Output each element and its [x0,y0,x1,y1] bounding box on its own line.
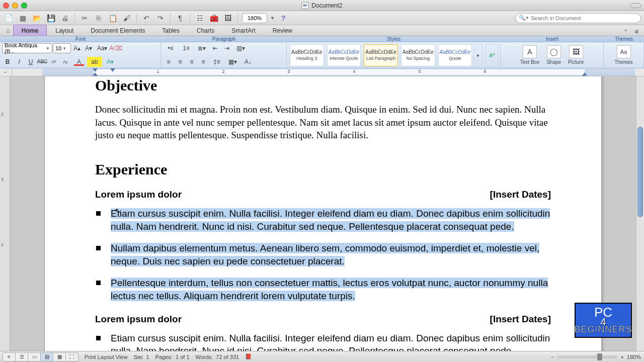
line-spacing-icon[interactable]: ‡≡ [209,57,224,67]
zoom-in-icon[interactable]: + [620,354,623,360]
paste-icon[interactable]: 📋 [107,13,118,24]
multilevel-icon[interactable]: ≣▾ [194,43,209,53]
sort-icon[interactable]: A↓ [240,57,256,67]
publishing-view-icon[interactable]: ▭ [28,352,41,361]
font-name-combo[interactable]: Book Antiqua (B...▼ [2,43,52,53]
tab-home[interactable]: Home [13,25,47,36]
notebook-view-icon[interactable]: ▦ [53,352,66,361]
grow-font-icon[interactable]: A▴ [71,43,83,53]
ribbon-settings-icon[interactable]: ✲ [632,28,641,36]
selected-text[interactable]: Etiam cursus suscipit enim. Nulla facili… [111,208,550,232]
new-doc-icon[interactable]: 📄 [3,13,14,24]
style-intense-quote[interactable]: AaBbCcDdEeIntense Quote [327,44,361,66]
tab-smartart[interactable]: SmartArt [223,25,264,36]
horizontal-ruler[interactable]: ⌐ 1 2 3 4 5 6 [0,68,644,76]
bullet-text[interactable]: Etiam cursus suscipit enim. Nulla facili… [111,332,551,351]
media-browser-icon[interactable]: 🖼 [222,13,233,24]
clear-format-icon[interactable]: A⌫ [110,43,121,53]
help-icon[interactable]: ? [278,13,289,24]
close-window-icon[interactable] [3,3,9,9]
zoom-out-icon[interactable]: − [551,354,554,360]
bullet-item[interactable]: Nullam dapibus elementum metus. Aenean l… [95,242,551,267]
align-right-icon[interactable]: ≡ [186,57,197,67]
copy-icon[interactable]: ⎘ [93,13,104,24]
objective-paragraph[interactable]: Donec sollicitudin mi et magna. Proin no… [95,103,551,142]
style-list-paragraph[interactable]: AaBbCcDdEeList Paragraph [364,44,398,66]
zoom-combo[interactable]: 180% [242,13,267,23]
spellcheck-icon[interactable]: 📕 [245,353,252,360]
zoom-dropdown-icon[interactable]: ▼ [270,16,275,21]
bullet-item[interactable]: Etiam cursus suscipit enim. Nulla facili… [95,207,551,233]
search-input[interactable] [531,15,637,21]
tab-charts[interactable]: Charts [188,25,223,36]
superscript-icon[interactable]: A² [48,57,59,67]
collapse-ribbon-icon[interactable]: ⌃ [621,28,630,36]
sidebar-icon[interactable]: ☷ [194,13,205,24]
zoom-percent[interactable]: 180% [627,354,641,360]
document-page[interactable]: Objective Donec sollicitudin mi et magna… [44,76,602,351]
selected-text[interactable]: Nullam dapibus elementum metus. Aenean l… [111,243,539,266]
highlight-button[interactable]: ab [87,57,102,67]
strikethrough-button[interactable]: ABC [37,57,48,67]
underline-button[interactable]: U [25,57,36,67]
draft-view-icon[interactable]: ≡ [3,352,16,361]
subscript-icon[interactable]: A₂ [60,57,71,67]
shrink-font-icon[interactable]: A▾ [83,43,94,53]
tab-document-elements[interactable]: Document Elements [82,25,153,36]
print-layout-view-icon[interactable]: ▤ [40,352,53,361]
scrollbar-thumb[interactable] [637,127,643,217]
styles-scroll-icon[interactable]: ▸ [474,44,482,66]
home-icon[interactable]: ⌂ [3,25,13,36]
style-heading3[interactable]: AaBbCcDdEeHeading 3 [290,44,324,66]
italic-button[interactable]: I [14,57,25,67]
text-effects-icon[interactable]: A▾ [103,57,118,67]
open-icon[interactable]: 📂 [31,13,42,24]
style-quote[interactable]: AaBbCcDdEeQuote [438,44,472,66]
align-left-icon[interactable]: ≡ [163,57,174,67]
zoom-slider-thumb[interactable] [597,353,602,360]
vertical-scrollbar[interactable] [636,76,644,351]
tab-review[interactable]: Review [264,25,301,36]
font-size-combo[interactable]: 10▼ [53,43,71,53]
bullets-icon[interactable]: •≡ [163,43,178,53]
job2-header[interactable]: Lorem ipsum dolor [Insert Dates] [95,314,551,325]
bold-button[interactable]: B [2,57,13,67]
styles-pane-icon[interactable]: Aª [486,44,498,66]
job1-header[interactable]: Lorem ipsum dolor [Insert Dates] [95,189,551,200]
change-case-icon[interactable]: Aa▾ [95,43,110,53]
outline-view-icon[interactable]: ☰ [15,352,28,361]
format-painter-icon[interactable]: 🖌 [121,13,132,24]
search-box[interactable]: 🔍▾ [515,13,641,23]
save-icon[interactable]: 💾 [45,13,56,24]
themes-button[interactable]: AaThemes [611,44,635,66]
fullscreen-view-icon[interactable]: ⛶ [65,352,78,361]
hanging-indent-marker[interactable] [93,72,98,76]
redo-icon[interactable]: ↷ [155,13,166,24]
insert-textbox[interactable]: AText Box [517,44,542,66]
pilcrow-icon[interactable]: ¶ [175,13,186,24]
first-line-indent-marker[interactable] [93,68,98,72]
print-icon[interactable]: 🖨 [59,13,70,24]
style-no-spacing[interactable]: AaBbCcDdEeNo Spacing [401,44,435,66]
right-indent-marker[interactable] [582,72,587,76]
new-from-template-icon[interactable]: ▦ [17,13,28,24]
zoom-window-icon[interactable] [21,3,27,9]
decrease-indent-icon[interactable]: ⇤ [210,43,221,53]
toolbar-pill-icon[interactable] [630,3,641,8]
increase-indent-icon[interactable]: ⇥ [221,43,232,53]
selected-text[interactable]: Pellentesque interdum, tellus non consec… [111,278,548,301]
insert-picture[interactable]: 🖼Picture [565,44,587,66]
words-indicator[interactable]: Words: 72 of 331 [196,354,239,360]
insert-shape[interactable]: ◯Shape [543,44,564,66]
heading-objective[interactable]: Objective [95,77,551,94]
ruler-track[interactable]: 1 2 3 4 5 6 [42,68,635,76]
columns-icon[interactable]: ▥▾ [233,43,248,53]
undo-icon[interactable]: ↶ [141,13,152,24]
minimize-window-icon[interactable] [12,3,18,9]
toolbox-icon[interactable]: 🧰 [208,13,219,24]
zoom-slider[interactable] [557,355,617,358]
vertical-ruler[interactable]: 2 3 4 [0,76,10,351]
heading-experience[interactable]: Experience [95,161,551,178]
pages-indicator[interactable]: Pages: 1 of 1 [155,354,190,360]
cut-icon[interactable]: ✂ [79,13,90,24]
